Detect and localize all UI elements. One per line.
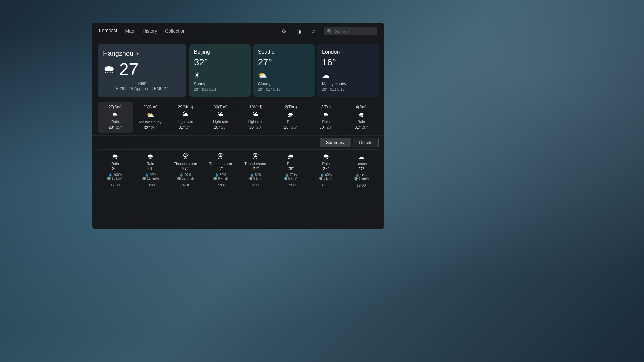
london-hl: 28° H:21 L:13 <box>322 87 374 91</box>
forecast-day-7[interactable]: 4(Sat) 🌧 Rain 31° 26° <box>343 102 379 133</box>
beijing-card[interactable]: Beijing 32° ☀ Sunny 28° H:33 L:21 <box>189 44 251 97</box>
day-temps: 31° 26° <box>345 125 377 130</box>
beijing-hl: 28° H:33 L:21 <box>194 87 246 91</box>
emoji-icon: ☺ <box>311 28 316 35</box>
hourly-item-2[interactable]: ⛈ Thunderstorm 27° 💧 90% 💨 12 km/h 14:00 <box>168 151 203 189</box>
london-card[interactable]: London 16° ☁ Mostly cloudy 28° H:21 L:13 <box>317 44 379 97</box>
hourly-item-5[interactable]: 🌧 Rain 28° 💧 70% 💨 5 km/h 17:00 <box>273 151 309 189</box>
tab-map[interactable]: Map <box>125 28 134 35</box>
day-label: 1(Wed) <box>239 105 272 109</box>
hourly-rain: 💧 60% <box>309 173 343 177</box>
hourly-icon: ☁ <box>344 153 378 161</box>
day-icon: 🌦 <box>169 111 202 118</box>
hourly-weather: Rain <box>309 162 343 166</box>
seattle-hl: 28° H:27 L:13 <box>258 87 310 91</box>
refresh-button[interactable]: ⟳ <box>279 27 289 36</box>
tab-history[interactable]: History <box>143 28 157 35</box>
hourly-icon: 🌧 <box>98 153 132 160</box>
hourly-weather: Thunderstorm <box>239 162 273 166</box>
seattle-card[interactable]: Seattle 27° ⛅ Cloudy 28° H:27 L:13 <box>253 44 315 97</box>
summary-button[interactable]: Summary <box>320 138 351 147</box>
beijing-weather-icon: ☀ <box>194 71 246 80</box>
hourly-item-0[interactable]: 🌧 Rain 26° 💧 100% 💨 10 km/h 12:00 <box>98 151 133 189</box>
main-city-temp-row: 🌧 27 <box>103 61 181 78</box>
beijing-temp: 32° <box>194 57 246 68</box>
day-temps: 31° 24° <box>169 125 202 130</box>
london-weather-icon: ☁ <box>322 71 374 80</box>
search-input[interactable] <box>335 29 374 34</box>
hourly-temp: 27° <box>169 166 203 171</box>
hourly-time: 14:00 <box>169 183 203 187</box>
hourly-rain: 💧 80% <box>204 173 237 177</box>
hourly-time: 13:00 <box>133 183 167 187</box>
day-icon: 🌦 <box>239 111 272 118</box>
hourly-icon: 🌧 <box>309 153 343 160</box>
main-city-name: Hangzhou ➤ <box>103 50 181 57</box>
app-window: Forecast Map History Collection ⟳ ◑ ☺ 🔍 <box>92 23 384 229</box>
tab-forecast[interactable]: Forecast <box>99 28 117 35</box>
hourly-section: 🌧 Rain 26° 💧 100% 💨 10 km/h 12:00 🌧 Rain… <box>92 150 384 191</box>
seattle-desc: Cloudy <box>258 82 310 86</box>
hourly-icon: 🌧 <box>133 153 167 160</box>
emoji-button[interactable]: ☺ <box>309 27 318 36</box>
day-weather: Rain <box>310 120 342 124</box>
hourly-weather: Thunderstorm <box>169 162 203 166</box>
search-icon: 🔍 <box>327 29 332 34</box>
hourly-item-1[interactable]: 🌧 Rain 26° 💧 90% 💨 11 km/h 13:00 <box>133 151 168 189</box>
hourly-wind: 💨 9 km/h <box>204 177 237 180</box>
hourly-time: 16:00 <box>239 183 273 187</box>
day-weather: Light rain <box>239 120 272 124</box>
day-icon: 🌧 <box>99 111 131 118</box>
hourly-wind: 💨 10 km/h <box>98 177 132 180</box>
city-cards: Hangzhou ➤ 🌧 27 Rain H:29 L:24 Apparent … <box>92 40 384 99</box>
nav-tabs: Forecast Map History Collection <box>99 28 186 35</box>
hourly-wind: 💨 7 km/h <box>344 177 378 181</box>
forecast-day-3[interactable]: 30(Tue) 🌦 Light rain 28° 23° <box>203 102 238 133</box>
day-label: 4(Sat) <box>345 105 377 109</box>
forecast-days: 27(Sat) 🌧 Rain 28° 25° 28(Sun) ⛅ Mostly … <box>92 99 384 136</box>
forecast-day-4[interactable]: 1(Wed) 🌦 Light rain 30° 23° <box>238 102 273 133</box>
main-city-card[interactable]: Hangzhou ➤ 🌧 27 Rain H:29 L:24 Apparent … <box>98 44 186 97</box>
hourly-temp: 27° <box>309 166 343 171</box>
hourly-rain: 💧 90% <box>169 173 203 177</box>
main-city-description: Rain <box>103 81 181 86</box>
hourly-rain: 💧 90% <box>133 173 167 177</box>
hourly-rain: 💧 80% <box>239 173 273 177</box>
hourly-temp: 28° <box>274 166 308 171</box>
hourly-weather: Cloudy <box>344 162 378 166</box>
day-temps: 28° 23° <box>204 125 237 130</box>
forecast-day-2[interactable]: 29(Mon) 🌦 Light rain 31° 24° <box>168 102 203 133</box>
forecast-day-0[interactable]: 27(Sat) 🌧 Rain 28° 25° <box>98 102 133 133</box>
hourly-item-6[interactable]: 🌧 Rain 27° 💧 60% 💨 6 km/h 18:00 <box>309 151 344 189</box>
hourly-time: 17:00 <box>274 183 308 187</box>
london-name: London <box>322 49 374 55</box>
day-temps: 32° 26° <box>134 125 167 130</box>
day-label: 2(Thu) <box>275 105 307 109</box>
hourly-item-3[interactable]: ⛈ Thunderstorm 27° 💧 80% 💨 9 km/h 15:00 <box>203 151 238 189</box>
hourly-icon: ⛈ <box>169 153 203 160</box>
hourly-item-7[interactable]: ☁ Cloudy 27° 💧 50% 💨 7 km/h 19:00 <box>343 151 379 189</box>
day-temps: 28° 25° <box>275 125 307 130</box>
day-icon: 🌧 <box>310 111 342 118</box>
hourly-temp: 27° <box>344 167 378 171</box>
details-button[interactable]: Details <box>353 138 379 147</box>
forecast-day-1[interactable]: 28(Sun) ⛅ Mostly cloudy 32° 26° <box>133 102 168 133</box>
main-city-hl: H:29 L:24 Apparent TEMP 27 <box>103 86 181 91</box>
tab-collection[interactable]: Collection <box>165 28 185 35</box>
hourly-item-4[interactable]: ⛈ Thunderstorm 27° 💧 80% 💨 8 km/h 16:00 <box>238 151 273 189</box>
day-temps: 30° 25° <box>310 125 342 130</box>
hourly-rain: 💧 100% <box>98 173 132 177</box>
contrast-button[interactable]: ◑ <box>294 27 304 36</box>
day-label: 28(Sun) <box>134 105 167 109</box>
day-weather: Rain <box>99 120 131 124</box>
day-label: 29(Mon) <box>169 105 202 109</box>
forecast-day-6[interactable]: 3(Fri) 🌧 Rain 30° 25° <box>309 102 344 133</box>
hourly-icon: ⛈ <box>239 153 273 160</box>
forecast-day-5[interactable]: 2(Thu) 🌧 Rain 28° 25° <box>273 102 309 133</box>
location-arrow-icon: ➤ <box>136 51 140 56</box>
london-temp: 16° <box>322 57 374 68</box>
day-weather: Light rain <box>204 120 237 124</box>
nav-icons: ⟳ ◑ ☺ 🔍 <box>279 27 377 36</box>
hourly-weather: Rain <box>133 162 167 166</box>
day-weather: Rain <box>345 120 377 124</box>
